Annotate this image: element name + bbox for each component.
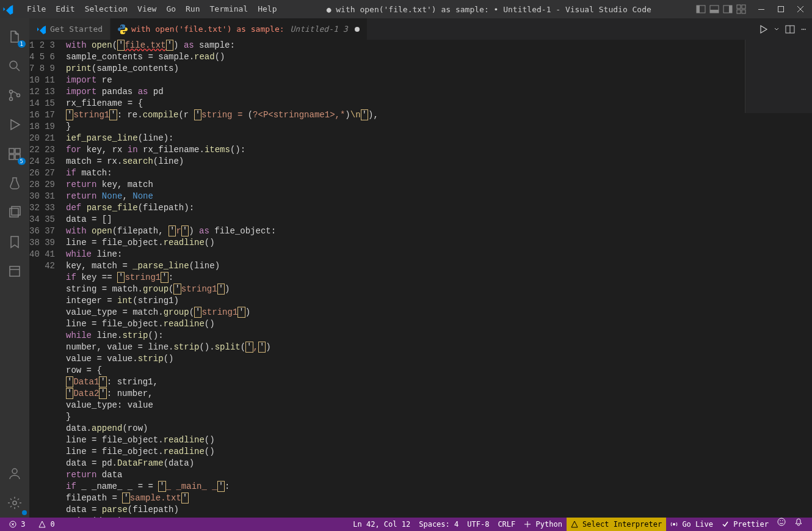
menu-run[interactable]: Run (181, 0, 205, 18)
svg-rect-7 (742, 5, 745, 9)
svg-rect-11 (778, 7, 784, 12)
search-icon[interactable] (0, 51, 29, 81)
status-golive[interactable]: Go Live (666, 518, 717, 531)
svg-point-12 (10, 61, 17, 68)
window-title: ● with open('file.txt') as sample: • Unt… (281, 5, 696, 14)
minimize-button[interactable] (752, 0, 770, 18)
run-dropdown-icon[interactable] (774, 27, 779, 32)
svg-rect-17 (9, 155, 14, 159)
explorer-icon[interactable]: 1 (0, 22, 29, 51)
menu-edit[interactable]: Edit (51, 0, 79, 18)
status-eol[interactable]: CRLF (493, 518, 520, 531)
menu-help[interactable]: Help (253, 0, 281, 18)
svg-rect-1 (697, 5, 700, 13)
svg-rect-19 (15, 148, 20, 153)
tab-label: with open('file.txt') as sample: (131, 24, 284, 34)
code-editor[interactable]: 1 2 3 4 5 6 7 8 9 10 11 12 13 14 15 16 1… (29, 40, 812, 518)
extensions-icon[interactable]: 5 (0, 139, 29, 169)
svg-rect-5 (729, 5, 732, 13)
svg-rect-8 (737, 10, 741, 13)
svg-point-24 (13, 501, 16, 505)
menu-selection[interactable]: Selection (80, 0, 132, 18)
svg-rect-22 (10, 266, 20, 276)
tab-untitled-1[interactable]: with open('file.txt') as sample: Untitle… (111, 18, 368, 40)
status-language[interactable]: Python (520, 518, 567, 531)
svg-rect-3 (710, 10, 719, 13)
svg-rect-9 (742, 10, 745, 13)
tab-get-started[interactable]: Get Started (29, 18, 111, 40)
status-select-interpreter[interactable]: Select Interpreter (567, 518, 666, 531)
projects-icon[interactable] (0, 257, 29, 286)
svg-point-30 (782, 520, 783, 521)
settings-gear-icon[interactable] (0, 488, 29, 518)
toggle-bottom-panel-icon[interactable] (709, 4, 719, 14)
tab-label: Get Started (50, 24, 103, 34)
menu-terminal[interactable]: Terminal (205, 0, 253, 18)
references-icon[interactable] (0, 198, 29, 227)
explorer-badge: 1 (18, 40, 26, 48)
menu-view[interactable]: View (132, 0, 161, 18)
source-control-icon[interactable] (0, 81, 29, 110)
svg-rect-20 (10, 208, 18, 217)
run-file-icon[interactable] (758, 24, 768, 34)
svg-rect-16 (9, 148, 14, 153)
svg-rect-21 (12, 207, 20, 215)
status-lncol[interactable]: Ln 42, Col 12 (349, 518, 415, 531)
status-encoding[interactable]: UTF-8 (463, 518, 493, 531)
svg-point-27 (673, 523, 675, 526)
tabs-bar: Get Started with open('file.txt') as sam… (29, 18, 812, 40)
tab-suffix: Untitled-1 3 (291, 24, 348, 34)
status-problems[interactable]: 3 0 (5, 518, 59, 531)
svg-rect-10 (758, 9, 764, 10)
svg-point-13 (10, 90, 13, 93)
svg-point-23 (12, 469, 17, 474)
status-spaces[interactable]: Spaces: 4 (415, 518, 463, 531)
close-button[interactable] (791, 0, 810, 18)
svg-point-15 (17, 94, 20, 97)
run-debug-icon[interactable] (0, 110, 29, 139)
svg-point-28 (778, 518, 785, 526)
extensions-badge: 5 (18, 158, 26, 165)
svg-rect-6 (737, 5, 741, 9)
status-prettier[interactable]: Prettier (717, 518, 773, 531)
menu-go[interactable]: Go (161, 0, 181, 18)
menu-file[interactable]: File (22, 0, 51, 18)
toggle-secondary-panel-icon[interactable] (723, 4, 733, 14)
svg-point-29 (780, 520, 781, 521)
maximize-button[interactable] (772, 0, 790, 18)
settings-badge (22, 510, 27, 515)
title-bar: File Edit Selection View Go Run Terminal… (0, 0, 812, 18)
svg-point-14 (10, 98, 13, 101)
status-feedback-icon[interactable] (773, 518, 790, 531)
code-content[interactable]: with open('file.txt') as sample: sample_… (66, 40, 812, 518)
split-editor-icon[interactable] (785, 24, 795, 34)
more-actions-icon[interactable]: ⋯ (801, 24, 806, 34)
activity-bar: 1 5 (0, 18, 29, 518)
minimap[interactable] (745, 40, 812, 113)
bookmarks-icon[interactable] (0, 227, 29, 257)
toggle-primary-panel-icon[interactable] (696, 4, 706, 14)
modified-indicator-icon (355, 27, 360, 32)
vscode-logo-icon (2, 4, 22, 15)
customize-layout-icon[interactable] (736, 4, 746, 14)
status-notifications-icon[interactable] (790, 518, 807, 531)
line-numbers-gutter: 1 2 3 4 5 6 7 8 9 10 11 12 13 14 15 16 1… (29, 40, 66, 518)
accounts-icon[interactable] (0, 459, 29, 488)
testing-icon[interactable] (0, 169, 29, 198)
status-bar: 3 0 Ln 42, Col 12 Spaces: 4 UTF-8 CRLF P… (0, 518, 812, 531)
